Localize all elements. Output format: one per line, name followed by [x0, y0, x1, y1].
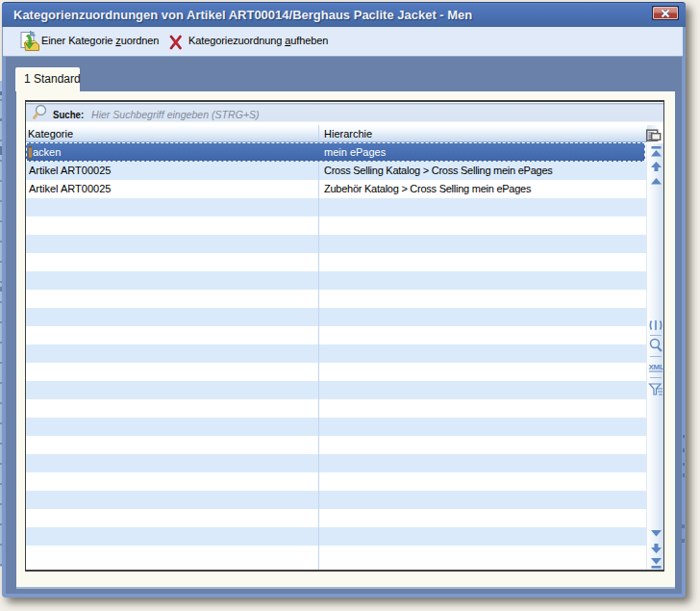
svg-text:XML: XML — [649, 363, 664, 371]
